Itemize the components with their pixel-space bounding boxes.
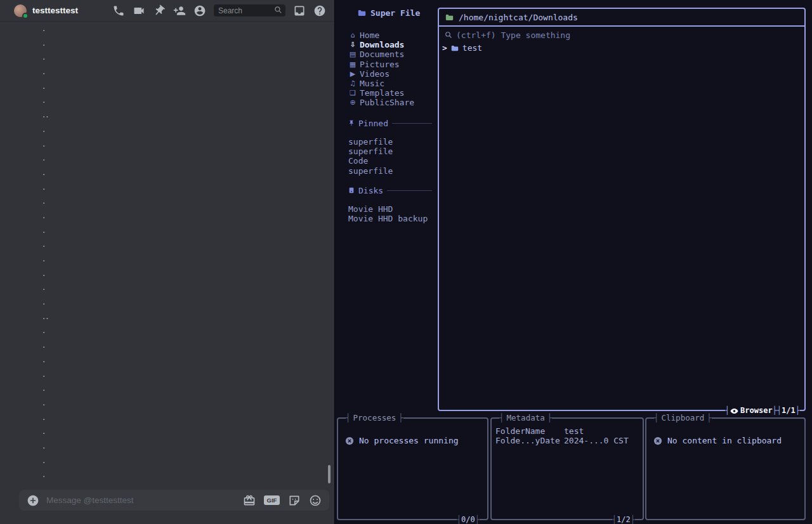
message: . [43,79,334,93]
avatar[interactable] [14,4,27,17]
message: . [43,438,334,453]
sidebar-item[interactable]: ⊕ PublicShare [348,98,414,107]
add-friends-icon[interactable] [173,4,186,17]
pinned-item[interactable]: superfile [348,147,393,156]
pinned-item[interactable]: Code [348,156,393,166]
user-profile-icon[interactable] [193,4,206,17]
inbox-icon[interactable] [293,4,306,17]
sidebar-item[interactable]: ⌂ Home [348,30,414,40]
gif-picker-icon[interactable]: GIF [264,495,280,505]
processes-panel: Processes No processes running 0/0 [337,417,488,520]
message: . [43,453,334,468]
emoji-icon[interactable] [309,494,322,507]
composer-actions: GIF [243,494,322,507]
message-composer: Message @testtesttest GIF [0,485,334,524]
sidebar-item-label: Videos [360,69,390,79]
message-placeholder: Message @testtesttest [46,495,134,505]
message: . [43,266,334,280]
clipboard-title: Clipboard [654,413,712,423]
sidebar-item[interactable]: ▦ Pictures [348,60,414,69]
message: . [43,136,334,151]
disk-item[interactable]: Movie HHD [348,204,428,214]
metadata-row: FolderName test [495,426,640,436]
panel-footer: Browser 1/1 [725,405,800,416]
search-input[interactable]: Search [214,4,285,16]
sidebar-directories: ⌂ Home ⇩ Downloads ▤ Documents ▦ Picture… [348,30,414,108]
sidebar-item-icon: ▤ [348,50,357,58]
online-status-dot [22,13,29,19]
message: . [43,280,334,294]
voice-call-icon[interactable] [112,4,125,17]
dm-header: testtesttest Search [0,0,334,21]
eye-icon [730,408,738,414]
message: .. [43,309,334,324]
processes-empty-state: No processes running [345,436,459,445]
file-name: test [462,43,482,53]
help-icon[interactable] [313,4,326,17]
sidebar-item-label: Music [360,79,384,88]
sticker-icon[interactable] [288,494,301,507]
sidebar-item-icon: ▶ [348,70,357,78]
selection-cursor-icon: > [442,43,447,53]
message: . [43,395,334,410]
scrollbar-thumb[interactable] [328,465,331,483]
message: . [43,64,334,79]
path-folder-icon [445,14,454,21]
message: . [43,323,334,337]
metadata-rows: FolderName test Folde...yDate 2024-...0 … [495,426,640,445]
search-icon [274,6,282,16]
sidebar-item-label: Downloads [360,40,404,49]
message: . [43,208,334,223]
message: . [43,165,334,180]
pin-messages-icon[interactable] [153,4,166,17]
file-panel: /home/nightcat/Downloads (ctrl+f) Type s… [438,8,806,411]
pinned-items: superfilesuperfileCodesuperfile [348,137,393,176]
sidebar-item[interactable]: ⇩ Downloads [348,40,414,49]
attach-plus-icon[interactable] [27,494,39,507]
message: . [43,122,334,136]
pinned-item[interactable]: superfile [348,137,393,147]
metadata-value: test [564,426,584,436]
message: .. [43,107,334,122]
message: . [43,36,334,50]
search-placeholder: Search [218,6,242,15]
message-input[interactable]: Message @testtesttest GIF [19,490,329,511]
section-divider [392,123,432,124]
superfile-terminal: Super File ⌂ Home ⇩ Downloads ▤ Document… [334,0,812,524]
x-circle-icon [653,436,662,445]
disk-item[interactable]: Movie HHD backup [348,214,428,223]
message: . [43,294,334,309]
pinned-section-header: Pinned [348,118,432,128]
message: . [43,223,334,237]
message: . [43,49,334,64]
gift-icon[interactable] [243,494,256,507]
section-divider [387,190,432,191]
sidebar-item[interactable]: ❏ Templates [348,88,414,98]
disks-section-header: Disks [348,185,432,195]
sidebar-item[interactable]: ▶ Videos [348,69,414,79]
message: . [43,21,334,36]
message: . [43,367,334,381]
file-row[interactable]: > test [439,43,804,53]
message: . [43,337,334,352]
sidebar-item[interactable]: ♫ Music [348,79,414,88]
message: . [43,150,334,165]
disk-icon [348,187,355,193]
dm-title: testtesttest [32,6,78,15]
message: . [43,424,334,438]
file-search-input[interactable]: (ctrl+f) Type something [439,27,804,43]
app-title: Super File [358,8,420,18]
path-bar: /home/nightcat/Downloads [439,9,804,27]
sidebar-item-icon: ⊕ [348,98,357,107]
message: . [43,410,334,424]
sidebar-item-icon: ▦ [348,60,357,69]
folder-icon [451,45,459,51]
x-circle-icon [345,436,354,445]
current-path: /home/nightcat/Downloads [459,13,578,22]
message: . [43,352,334,367]
pinned-item[interactable]: superfile [348,166,393,176]
page-indicator: 1/1 [777,405,800,416]
sidebar-item[interactable]: ▤ Documents [348,49,414,59]
video-call-icon[interactable] [133,4,145,17]
pin-icon [348,120,355,126]
